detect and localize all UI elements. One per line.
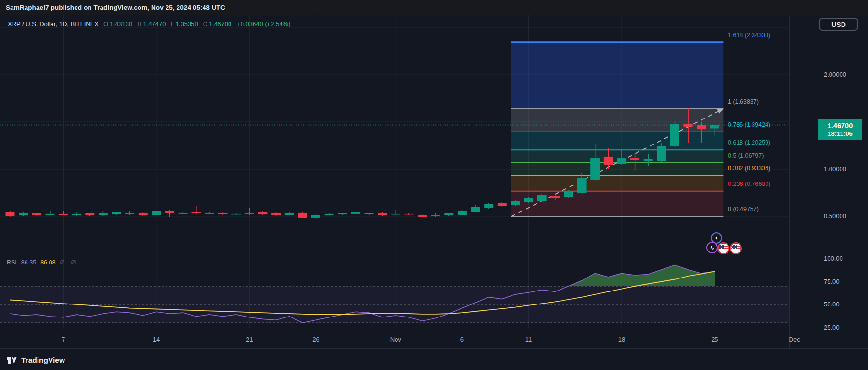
candle-body (32, 213, 41, 215)
candle-body (444, 213, 453, 215)
time-axis-label: Nov (390, 336, 401, 343)
us-flag-badge-icon-2[interactable] (730, 242, 742, 254)
candle-body (431, 215, 440, 216)
open-value: 1.43130 (110, 20, 132, 27)
candle-body (245, 213, 254, 214)
change-value: +0.03640 (+2.54%) (237, 20, 290, 27)
publish-info-text: SamRaphael7 published on TradingView.com… (6, 4, 225, 11)
fib-band (511, 191, 724, 217)
candle-body (418, 215, 427, 217)
candle-body (498, 203, 507, 206)
us-flag-badge-icon[interactable] (717, 242, 729, 254)
fib-band (511, 163, 724, 175)
rsi-value: 86.35 (21, 259, 36, 266)
candle-body (630, 158, 639, 160)
candle-body (112, 212, 121, 214)
rsi-hidden-params: Ø Ø (60, 259, 78, 266)
rsi-axis-label: 100.00 (824, 255, 843, 262)
publish-info-bar: SamRaphael7 published on TradingView.com… (0, 0, 868, 15)
bar-countdown: 18:11:06 (828, 130, 852, 138)
tradingview-brand-text: TradingView (21, 356, 65, 365)
candle-body (152, 211, 161, 215)
candle-body (524, 198, 533, 202)
fib-level-label: 0 (0.49757) (728, 206, 759, 212)
fib-band (511, 132, 724, 150)
rsi-axis-label: 50.00 (824, 301, 840, 308)
time-axis-label: 7 (62, 336, 65, 343)
price-axis-label: 2.00000 (824, 71, 846, 78)
candle-body (125, 213, 134, 214)
time-axis-label: 26 (312, 336, 319, 343)
candle-body (697, 125, 706, 129)
high-label: H (137, 20, 141, 27)
us-flag-canton (719, 245, 724, 249)
fib-band (511, 109, 724, 132)
candle-body (351, 212, 360, 214)
pane-separator-main-rsi[interactable] (0, 257, 868, 257)
candle-body (258, 212, 267, 214)
candle-body (511, 201, 520, 205)
candle-body (617, 158, 626, 164)
candle-body (218, 213, 228, 214)
candle-body (165, 211, 174, 213)
lightning-glyph: ϟ (711, 244, 714, 251)
candle-body (205, 213, 214, 214)
low-label: L (171, 20, 174, 27)
candle-body (338, 213, 347, 214)
fib-level-label: 0.786 (1.39424) (728, 121, 770, 128)
candle-body (577, 178, 587, 193)
candle-body (191, 212, 201, 213)
rsi-indicator-legend[interactable]: RSI 86.35 86.08 Ø Ø (7, 259, 78, 266)
candle-body (6, 212, 15, 216)
fib-level-label: 0.618 (1.20259) (728, 139, 770, 146)
price-axis-label: 0.50000 (824, 212, 846, 220)
candle-body (179, 213, 188, 214)
fib-level-label: 0.5 (1.06797) (728, 152, 764, 159)
bottom-separator (0, 348, 868, 349)
symbol-legend[interactable]: XRP / U.S. Dollar, 1D, BITFINEX O 1.4313… (8, 20, 291, 27)
time-axis-label: 21 (246, 336, 253, 343)
last-price-badge: 1.46700 18:11:06 (818, 119, 862, 140)
price-axis-label: 1.00000 (824, 165, 846, 172)
candle-body (325, 214, 334, 215)
symbol-title[interactable]: XRP / U.S. Dollar, 1D, BITFINEX (8, 20, 99, 27)
candle-body (45, 214, 54, 215)
candle-body (564, 191, 573, 197)
close-label: C (203, 20, 207, 27)
currency-toggle-button[interactable]: USD (819, 18, 858, 31)
tradingview-logo-icon (6, 355, 18, 366)
time-axis-label: 14 (153, 336, 160, 343)
candle-body (484, 204, 493, 208)
fib-band (511, 42, 724, 109)
candle-body (604, 157, 613, 165)
lightning-badge-icon[interactable]: ϟ (706, 242, 718, 253)
fib-level-label: 1 (1.63837) (728, 98, 759, 105)
candle-body (85, 213, 94, 215)
time-axis-label: 18 (618, 336, 625, 343)
fib-level-label: 0.382 (0.93336) (728, 165, 770, 172)
candle-body (271, 213, 281, 215)
tradingview-footer-logo[interactable]: TradingView (6, 355, 65, 366)
rsi-axis-label: 75.00 (824, 278, 840, 285)
us-flag-stripes (718, 243, 728, 253)
rsi-axis-label: 25.00 (824, 324, 840, 331)
candle-body (231, 214, 241, 215)
fib-band (511, 175, 724, 191)
us-flag-stripes (731, 243, 741, 253)
candle-body (471, 207, 480, 212)
candle-body (365, 213, 374, 214)
fib-level-label: 0.236 (0.76680) (728, 181, 770, 187)
price-scale-separator[interactable] (789, 15, 790, 348)
candle-body (710, 125, 719, 128)
candle-body (404, 214, 413, 215)
rsi-title[interactable]: RSI (7, 259, 17, 266)
tradingview-snapshot: SamRaphael7 published on TradingView.com… (0, 0, 868, 370)
candle-body (537, 195, 547, 201)
time-axis-label: 25 (711, 336, 718, 343)
candle-body (99, 213, 108, 215)
time-axis-separator (0, 329, 868, 329)
candle-body (458, 211, 467, 215)
last-price-value: 1.46700 (828, 121, 853, 130)
candle-body (378, 213, 387, 215)
candle-body (19, 213, 28, 215)
